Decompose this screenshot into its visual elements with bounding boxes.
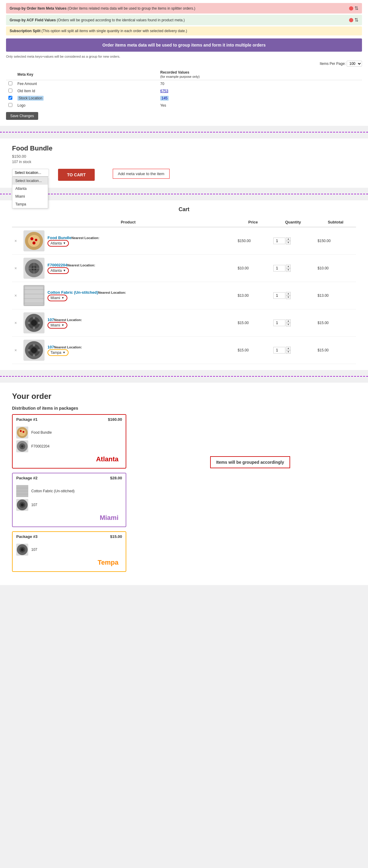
pkg-img-pizza-1	[16, 427, 28, 438]
svg-point-1	[28, 235, 40, 247]
qty-box-4: ▲ ▼	[273, 319, 313, 327]
ctrl-red-dot-2[interactable]	[349, 18, 353, 22]
ctrl-arrows-2[interactable]: ⇅	[355, 17, 358, 23]
svg-point-26	[33, 344, 35, 346]
remove-item-2[interactable]: ×	[15, 266, 17, 271]
meta-checkbox-2[interactable]	[8, 89, 12, 93]
qty-box-3: ▲ ▼	[273, 292, 313, 299]
meta-key-highlight: Stock Location	[18, 96, 44, 101]
price-4: $15.00	[235, 309, 271, 337]
to-cart-button[interactable]: TO CART	[58, 169, 95, 181]
packages-col: Package #1 $160.00 Food Bundle F7	[12, 414, 132, 576]
product-name-3[interactable]: Cotton Fabric (Un-stitched)	[48, 290, 98, 294]
save-changes-button[interactable]: Save Changes	[6, 112, 38, 120]
location-select[interactable]: Select location... Atlanta Miami Tampa	[12, 169, 49, 177]
svg-point-18	[31, 320, 37, 326]
remove-item-3[interactable]: ×	[15, 293, 17, 298]
product-name-1[interactable]: Food Bundle	[48, 236, 71, 240]
qty-input-1[interactable]	[273, 238, 285, 244]
nearest-label-5: Nearest Location:	[54, 345, 82, 349]
package-price-3: $15.00	[110, 534, 122, 539]
col-remove	[12, 217, 21, 227]
location-oval-5[interactable]: Tampa ▼	[48, 349, 68, 356]
qty-up-1[interactable]: ▲	[286, 237, 291, 241]
svg-point-46	[21, 548, 24, 551]
city-label-atlanta: Atlanta	[16, 454, 122, 466]
package-card-2: Package #2 $28.00 Cotton Fabric (Un-stit…	[12, 473, 126, 527]
qty-input-2[interactable]	[273, 265, 285, 272]
package-card-3: Package #3 $15.00 107 Tempa	[12, 531, 126, 572]
qty-input-5[interactable]	[273, 347, 285, 353]
qty-down-1[interactable]: ▼	[286, 241, 291, 245]
svg-point-27	[33, 354, 35, 356]
dropdown-option-miami[interactable]: Miami	[12, 192, 48, 200]
meta-value-highlight: 145	[160, 96, 169, 101]
qty-box-1: ▲ ▼	[273, 237, 313, 245]
meta-value-2-link[interactable]: 6753	[160, 89, 168, 93]
package-label-2: Package #2	[16, 476, 37, 480]
qty-down-2[interactable]: ▼	[286, 268, 291, 272]
product-name-5[interactable]: 107	[48, 345, 54, 349]
remove-item-4[interactable]: ×	[15, 320, 17, 325]
meta-header: Order items meta data will be used to gr…	[6, 38, 362, 52]
product-name-4[interactable]: 107	[48, 317, 54, 322]
dropdown-option-tampa[interactable]: Tampa	[12, 200, 48, 208]
product-img-rim-5	[24, 340, 45, 361]
meta-value-2: 6753	[158, 87, 362, 95]
city-label-tampa: Tempa	[16, 557, 122, 569]
qty-down-4[interactable]: ▼	[286, 323, 291, 327]
cart-row-4: × 107Nearest Location: Miami ▼ $15.00	[12, 309, 356, 337]
package-header-1: Package #1 $160.00	[12, 415, 126, 424]
dropdown-option-atlanta[interactable]: Atlanta	[12, 185, 48, 192]
qty-up-3[interactable]: ▲	[286, 292, 291, 296]
location-oval-1[interactable]: Atlanta ▼	[48, 240, 69, 247]
qty-up-4[interactable]: ▲	[286, 319, 291, 323]
qty-up-5[interactable]: ▲	[286, 347, 291, 350]
pkg-img-fabric-2	[16, 485, 28, 497]
location-oval-2[interactable]: Atlanta ▼	[48, 267, 69, 274]
location-oval-3[interactable]: Miami ▼	[48, 294, 67, 301]
city-label-miami: Miami	[16, 513, 122, 524]
banner-acf-desc: (Orders will be grouped according to the…	[57, 18, 185, 22]
qty-input-4[interactable]	[273, 319, 285, 326]
svg-point-22	[38, 322, 40, 324]
product-img-fabric-3	[24, 285, 45, 306]
meta-checkbox-3[interactable]	[8, 96, 12, 100]
meta-table: Meta Key Recorded Values (for example pu…	[6, 69, 362, 109]
meta-key-1: Fee Amount	[15, 80, 158, 88]
pkg-img-rim-2	[16, 499, 28, 511]
qty-input-3[interactable]	[273, 292, 285, 299]
per-page-label: Items Per Page:	[320, 62, 346, 66]
cart-row-5: × 107Nearest Location: Tampa ▼ $15.00	[12, 337, 356, 364]
divider-2	[0, 194, 368, 194]
qty-down-5[interactable]: ▼	[286, 350, 291, 354]
meta-checkbox-4[interactable]	[8, 103, 12, 107]
nearest-label-3: Nearest Location:	[98, 291, 126, 294]
ctrl-arrows-1[interactable]: ⇅	[355, 5, 358, 11]
table-row: Old Item Id 6753	[6, 87, 362, 95]
ctrl-red-dot-1[interactable]	[349, 6, 353, 10]
qty-up-2[interactable]: ▲	[286, 265, 291, 268]
remove-item-1[interactable]: ×	[15, 239, 17, 243]
product-img-wheel-2	[24, 258, 45, 279]
banner-group-order-desc: (Order items related meta data will be u…	[68, 6, 195, 10]
subtotal-1: $150.00	[315, 227, 356, 255]
package-label-1: Package #1	[16, 417, 37, 422]
banner-sub-label: Subscription Split	[10, 29, 40, 33]
dropdown-option-select[interactable]: Select location...	[12, 177, 48, 185]
product-name-2[interactable]: F70002204	[48, 263, 67, 267]
meta-value-1: 70	[158, 80, 362, 88]
banner-sub-desc: (This option will split all items with s…	[41, 29, 187, 33]
location-oval-4[interactable]: Miami ▼	[48, 322, 67, 329]
meta-checkbox-1[interactable]	[8, 82, 12, 85]
svg-point-4	[32, 242, 35, 245]
svg-point-19	[33, 316, 35, 319]
package-header-2: Package #2 $28.00	[12, 473, 126, 483]
pkg-item-2-1: Cotton Fabric (Un-stitched)	[16, 485, 122, 497]
svg-point-33	[23, 431, 24, 433]
qty-down-3[interactable]: ▼	[286, 296, 291, 299]
pkg-item-name-1-2: F70002204	[31, 444, 50, 448]
meta-key-4: Logo	[15, 102, 158, 109]
remove-item-5[interactable]: ×	[15, 348, 17, 352]
per-page-select[interactable]: 100 50 25	[347, 61, 362, 67]
